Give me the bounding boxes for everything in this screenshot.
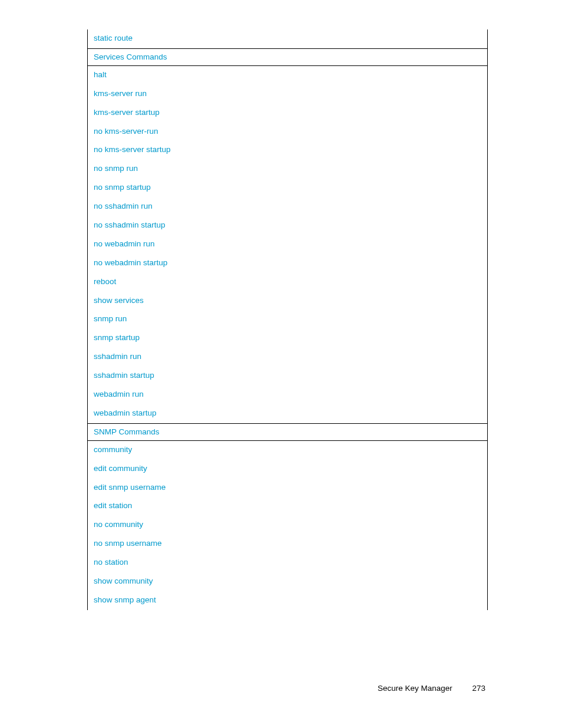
toc-link[interactable]: no station: [94, 558, 128, 566]
toc-link[interactable]: sshadmin startup: [94, 371, 154, 380]
toc-item: no webadmin run: [88, 235, 487, 254]
toc-item: webadmin startup: [88, 404, 487, 423]
toc-link[interactable]: edit community: [94, 464, 147, 473]
toc-link[interactable]: no webadmin run: [94, 239, 155, 248]
toc-link[interactable]: no kms-server-run: [94, 127, 158, 136]
toc-item: edit station: [88, 497, 487, 516]
toc-link[interactable]: kms-server run: [94, 89, 147, 98]
toc-item: no kms-server-run: [88, 123, 487, 141]
section-header: SNMP Commands: [88, 423, 487, 441]
toc-link[interactable]: kms-server startup: [94, 108, 160, 117]
toc-link[interactable]: show snmp agent: [94, 595, 156, 604]
toc-table: static routeServices Commandshaltkms-ser…: [87, 29, 488, 610]
toc-link[interactable]: no community: [94, 520, 143, 529]
toc-item: snmp startup: [88, 329, 487, 348]
toc-item: static route: [88, 29, 487, 48]
toc-link[interactable]: no kms-server startup: [94, 145, 171, 154]
toc-link[interactable]: snmp startup: [94, 333, 140, 342]
toc-item: sshadmin run: [88, 348, 487, 367]
toc-item: halt: [88, 66, 487, 85]
toc-item: webadmin run: [88, 386, 487, 404]
toc-item: show services: [88, 292, 487, 311]
toc-item: edit snmp username: [88, 479, 487, 498]
toc-link[interactable]: edit station: [94, 501, 132, 510]
toc-item: show snmp agent: [88, 591, 487, 610]
toc-item: no snmp run: [88, 160, 487, 179]
toc-link[interactable]: sshadmin run: [94, 352, 141, 361]
toc-item: no community: [88, 516, 487, 535]
toc-link[interactable]: reboot: [94, 277, 116, 286]
toc-link[interactable]: webadmin startup: [94, 409, 157, 417]
toc-link[interactable]: edit snmp username: [94, 483, 166, 492]
section-header: Services Commands: [88, 48, 487, 66]
toc-link[interactable]: snmp run: [94, 314, 127, 323]
toc-item: no station: [88, 554, 487, 572]
toc-item: no snmp username: [88, 535, 487, 554]
toc-item: reboot: [88, 273, 487, 292]
toc-item: kms-server startup: [88, 104, 487, 123]
toc-link[interactable]: static route: [94, 34, 133, 42]
footer-title: Secure Key Manager: [378, 684, 452, 693]
page-footer: Secure Key Manager 273: [378, 684, 485, 693]
toc-link[interactable]: no sshadmin startup: [94, 220, 166, 229]
page-content: static routeServices Commandshaltkms-ser…: [87, 29, 488, 610]
section-header-link[interactable]: SNMP Commands: [94, 427, 160, 436]
toc-link[interactable]: no snmp startup: [94, 183, 151, 192]
toc-link[interactable]: no snmp username: [94, 539, 162, 548]
toc-item: community: [88, 441, 487, 460]
toc-link[interactable]: no webadmin startup: [94, 258, 167, 267]
toc-item: no sshadmin run: [88, 197, 487, 216]
toc-item: show community: [88, 572, 487, 591]
toc-item: no snmp startup: [88, 179, 487, 197]
toc-item: edit community: [88, 460, 487, 479]
toc-link[interactable]: webadmin run: [94, 390, 144, 398]
toc-link[interactable]: no sshadmin run: [94, 202, 153, 210]
page-number: 273: [472, 684, 485, 693]
toc-item: no webadmin startup: [88, 254, 487, 273]
section-header-link[interactable]: Services Commands: [94, 52, 167, 61]
toc-link[interactable]: halt: [94, 70, 107, 79]
toc-item: snmp run: [88, 310, 487, 329]
toc-link[interactable]: community: [94, 445, 132, 454]
toc-link[interactable]: no snmp run: [94, 164, 138, 173]
toc-link[interactable]: show services: [94, 296, 144, 305]
toc-item: kms-server run: [88, 85, 487, 104]
toc-link[interactable]: show community: [94, 577, 153, 585]
toc-item: sshadmin startup: [88, 367, 487, 386]
toc-item: no sshadmin startup: [88, 216, 487, 235]
toc-item: no kms-server startup: [88, 141, 487, 160]
